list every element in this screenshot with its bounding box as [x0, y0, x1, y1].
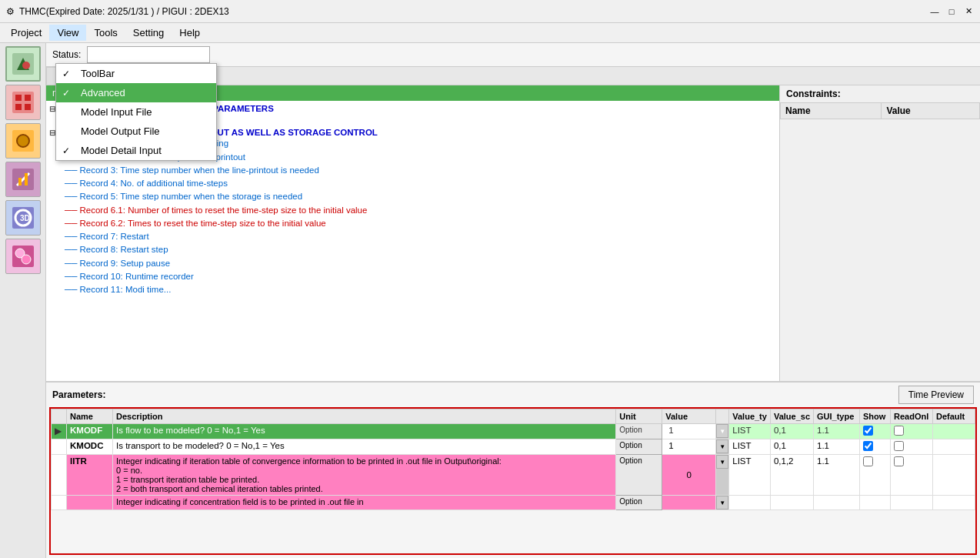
col-description: Description — [113, 409, 616, 424]
sidebar-icon-3[interactable] — [5, 123, 41, 159]
view-dropdown-menu: ✓ ToolBar ✓ Advanced Model Input File Mo… — [55, 63, 217, 161]
row-arrow-1: ▶ — [52, 424, 67, 439]
row-value-4[interactable] — [662, 496, 716, 510]
row-value-3[interactable]: 0 — [662, 455, 716, 496]
readonly-checkbox-3[interactable] — [894, 456, 904, 466]
sidebar-icon-5[interactable]: 3D — [5, 200, 41, 236]
menu-project[interactable]: Project — [3, 25, 49, 41]
close-button[interactable]: ✕ — [963, 6, 974, 17]
svg-rect-5 — [25, 95, 31, 101]
col-value: Value — [662, 409, 716, 424]
params-table-wrapper[interactable]: Name Description Unit Value Value_ty Val… — [49, 407, 977, 555]
table-row: IITR Integer indicating if iteration tab… — [52, 455, 975, 496]
row-value-1[interactable]: 1 — [662, 424, 716, 439]
row-name-3: IITR — [67, 455, 113, 496]
tree-item-ds4-r11[interactable]: ── Record 11: Modi time... — [49, 283, 776, 296]
row-show-3[interactable] — [860, 455, 891, 496]
show-checkbox-3[interactable] — [863, 456, 873, 466]
readonly-checkbox-2[interactable] — [894, 441, 904, 451]
sidebar-icon-6[interactable] — [5, 239, 41, 274]
col-name: Name — [67, 409, 113, 424]
maximize-button[interactable]: □ — [946, 6, 957, 17]
app-icon: ⚙ — [6, 6, 15, 17]
col-guitype: GUI_type — [814, 409, 860, 424]
time-preview-button[interactable]: Time Preview — [898, 386, 974, 404]
svg-rect-4 — [15, 95, 22, 101]
row-show-2[interactable] — [860, 439, 891, 455]
row-valuety-2: LIST — [729, 439, 771, 455]
tree-item-ds4-r10[interactable]: ── Record 10: Runtime recorder — [49, 270, 776, 283]
sidebar-icon-2[interactable] — [5, 85, 41, 120]
tree-item-ds4-r8[interactable]: ── Record 8: Restart step — [49, 243, 776, 256]
model-input-label: Model Input File — [81, 106, 152, 118]
row-default-3 — [933, 455, 975, 496]
row-readonly-1[interactable] — [891, 424, 933, 439]
row-show-1[interactable] — [860, 424, 891, 439]
menu-help[interactable]: Help — [172, 25, 208, 41]
constraints-col-value: Value — [882, 103, 980, 119]
dropdown-toolbar[interactable]: ✓ ToolBar — [56, 64, 216, 83]
col-unit: Unit — [616, 409, 662, 424]
tree-item-ds4-r61[interactable]: ── Record 6.1: Number of times to reset … — [49, 204, 776, 217]
row-readonly-2[interactable] — [891, 439, 933, 455]
dropdown-advanced[interactable]: ✓ Advanced — [56, 83, 216, 102]
col-valuesc: Value_sc — [770, 409, 813, 424]
row-valuety-4 — [729, 496, 771, 510]
row-readonly-3[interactable] — [891, 455, 933, 496]
svg-rect-13 — [25, 173, 28, 185]
dropdown-model-input-file[interactable]: Model Input File — [56, 102, 216, 122]
titlebar-left: ⚙ THMC(Expired Date: 2025/1/31 ) / PIGUI… — [6, 6, 229, 17]
row-dd-2[interactable]: ▼ — [716, 439, 729, 455]
dropdown-1[interactable]: ▼ — [716, 424, 728, 438]
tree-item-ds4-r7[interactable]: ── Record 7: Restart — [49, 230, 776, 243]
dropdown-model-detail-input[interactable]: ✓ Model Detail Input — [56, 141, 216, 160]
minimize-button[interactable]: — — [929, 6, 940, 17]
tree-item-ds4-r5[interactable]: ── Record 5: Time step number when the s… — [49, 190, 776, 203]
toolbar-check: ✓ — [62, 68, 75, 79]
tree-item-ds4-r9[interactable]: ── Record 9: Setup pause — [49, 257, 776, 270]
row-default-1 — [933, 424, 975, 439]
table-row: ▶ KMODF Is flow to be modeled? 0 = No,1 … — [52, 424, 975, 439]
row-value-2[interactable]: 1 — [662, 439, 716, 455]
row-dd-3[interactable]: ▼ — [716, 455, 729, 496]
model-detail-check: ✓ — [62, 145, 75, 156]
row-name-4 — [67, 496, 113, 510]
status-input[interactable] — [87, 46, 210, 63]
dropdown-4[interactable]: ▼ — [716, 496, 728, 510]
row-guitype-4 — [814, 496, 860, 510]
dropdown-3[interactable]: ▼ — [716, 455, 728, 469]
constraints-header: Constraints: — [780, 85, 980, 102]
row-unit-3: Option — [616, 455, 662, 496]
readonly-checkbox-1[interactable] — [894, 426, 904, 436]
ds4-toggle-icon: ⊟ — [49, 129, 55, 137]
row-readonly-4 — [891, 496, 933, 510]
row-valuesc-1: 0,1 — [770, 424, 813, 439]
row-unit-4: Option — [616, 496, 662, 510]
dropdown-model-output-file[interactable]: Model Output File — [56, 122, 216, 141]
sidebar-icon-1[interactable] — [5, 46, 41, 82]
menu-tools[interactable]: Tools — [86, 25, 125, 41]
menu-setting[interactable]: Setting — [125, 25, 172, 41]
col-dropdown — [716, 409, 729, 424]
sidebar-icon-4[interactable] — [5, 162, 41, 197]
tree-item-ds4-r4[interactable]: ── Record 4: No. of additional time-step… — [49, 177, 776, 190]
col-show: Show — [860, 409, 891, 424]
row-valuesc-4 — [770, 496, 813, 510]
row-dd-1[interactable]: ▼ — [716, 424, 729, 439]
tree-item-ds4-r62[interactable]: ── Record 6.2: Times to reset the time-s… — [49, 217, 776, 230]
toolbar-label: ToolBar — [81, 68, 115, 79]
titlebar-controls: — □ ✕ — [929, 6, 974, 17]
menu-view[interactable]: View — [49, 25, 86, 41]
dropdown-2[interactable]: ▼ — [716, 439, 728, 453]
col-default: Default — [933, 409, 975, 424]
show-checkbox-2[interactable] — [863, 441, 873, 451]
tree-item-ds4-r3[interactable]: ── Record 3: Time step number when the l… — [49, 164, 776, 177]
row-dd-4[interactable]: ▼ — [716, 496, 729, 510]
row-default-2 — [933, 439, 975, 455]
show-checkbox-1[interactable] — [863, 426, 873, 436]
advanced-label: Advanced — [81, 87, 125, 99]
row-arrow-3 — [52, 455, 67, 496]
row-valuety-3: LIST — [729, 455, 771, 496]
col-valuety: Value_ty — [729, 409, 771, 424]
advanced-check: ✓ — [62, 88, 75, 99]
